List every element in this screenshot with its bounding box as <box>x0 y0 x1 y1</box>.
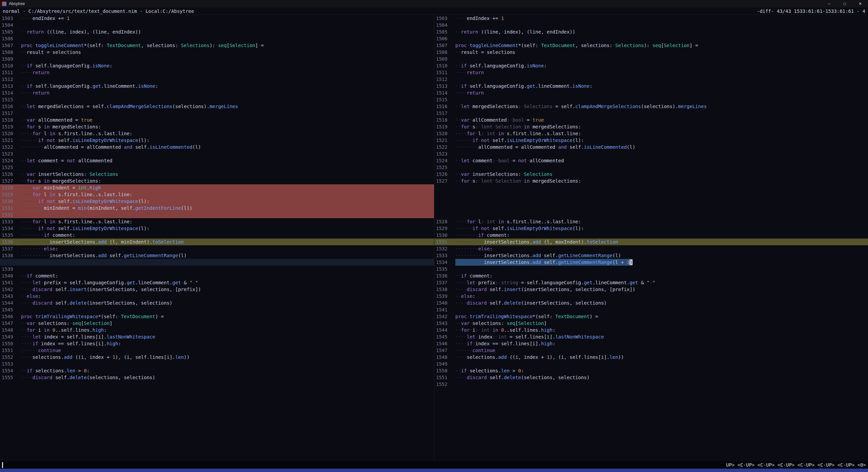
code-line[interactable]: 1536··········insertSelections.add·(l,·m… <box>0 239 434 245</box>
code-line[interactable]: 1532 <box>0 211 434 218</box>
code-line[interactable]: 1547······continue <box>434 347 868 354</box>
code-line[interactable]: 1521······if·not·self.isLineEmptyOrWhite… <box>434 137 868 144</box>
code-line[interactable]: 1542proc·trimTrailingWhitespace*(self:·T… <box>434 313 868 320</box>
code-line[interactable]: 1540····discard·self.delete(insertSelect… <box>434 300 868 306</box>
command-bar[interactable]: UP> <C-UP> <C-UP> <C-UP> <C-UP> <C-UP> <… <box>0 461 868 469</box>
code-line[interactable]: 1520····for·l:·int·in·s.first.line..s.la… <box>434 130 868 137</box>
code-line[interactable]: 1534··········insertSelections.add·self.… <box>434 259 868 266</box>
code-line[interactable]: 1550··if·selections.len·>·0: <box>434 367 868 374</box>
close-button[interactable]: ✕ <box>852 0 868 7</box>
code-line[interactable]: 1508··result·=·selections <box>0 49 434 56</box>
code-line[interactable]: 1519··for·s:·lent·Selection·in·mergedSel… <box>434 123 868 130</box>
code-line[interactable]: 1551······continue <box>0 347 434 354</box>
code-line[interactable]: 1532········else: <box>434 245 868 252</box>
code-line[interactable]: 1554··if·selections.len·>·0: <box>0 367 434 374</box>
code-line[interactable]: 1520····for·l·in·s.first.line..s.last.li… <box>0 130 434 137</box>
code-line[interactable]: 1507proc·toggleLineComment*(self:·TextDo… <box>434 42 868 49</box>
code-line[interactable]: 1547··var·selections:·seq[Selection] <box>0 320 434 327</box>
code-line[interactable]: 1552····selections.add·((i,·index·+·1),·… <box>0 354 434 361</box>
code-line[interactable]: 1515 <box>434 96 868 103</box>
diff-pane-right[interactable]: 1503····endIndex·+=·115041505··return·((… <box>434 15 868 461</box>
code-line[interactable]: 1506 <box>434 35 868 42</box>
code-line[interactable]: 1506 <box>0 35 434 42</box>
code-line[interactable]: 1546····if·index·==·self.lines[i].high: <box>434 340 868 347</box>
code-line[interactable]: 1548····selections.add·((i,·index·+·1),·… <box>434 354 868 361</box>
code-line[interactable]: 1531··········insertSelections.add·(l,·m… <box>434 239 868 245</box>
code-line[interactable]: 1504 <box>434 22 868 28</box>
code-line[interactable]: 1515 <box>0 96 434 103</box>
code-line[interactable]: 1538····discard·self.insert(insertSelect… <box>434 286 868 293</box>
code-line[interactable]: 1549 <box>434 361 868 367</box>
code-line[interactable]: 1512 <box>0 76 434 83</box>
code-line[interactable]: 1503····endIndex·+=·1 <box>434 15 868 22</box>
code-line[interactable]: 1540··if·comment: <box>0 272 434 279</box>
code-line[interactable]: 1504 <box>0 22 434 28</box>
code-line[interactable]: 1522········allCommented·=·allCommented·… <box>434 144 868 150</box>
code-line[interactable]: 1552 <box>434 381 868 388</box>
code-line[interactable]: 1511····return <box>0 69 434 76</box>
code-line[interactable]: 1513··if·self.languageConfig.get.lineCom… <box>434 83 868 89</box>
code-line[interactable]: 1510··if·self.languageConfig.isNone: <box>0 62 434 69</box>
maximize-button[interactable]: □ <box>837 0 852 7</box>
code-line[interactable]: 1529······if·not·self.isLineEmptyOrWhite… <box>434 225 868 232</box>
code-line[interactable]: 1542····discard·self.insert(insertSelect… <box>0 286 434 293</box>
code-line[interactable]: 1523 <box>434 150 868 157</box>
code-line[interactable]: 1544··for·i:·int·in·0..self.lines.high: <box>434 327 868 333</box>
code-line[interactable]: 1551····discard·self.delete(selections,·… <box>434 374 868 381</box>
code-line[interactable]: 1535 <box>434 266 868 272</box>
code-line[interactable]: 1524··let·comment:·bool·=·not·allComment… <box>434 157 868 164</box>
code-line[interactable]: 1555····discard·self.delete(selections,·… <box>0 374 434 381</box>
code-line[interactable]: 1541····let·prefix·=·self.languageConfig… <box>0 279 434 286</box>
code-line[interactable] <box>0 259 434 266</box>
code-line[interactable]: 1541 <box>434 306 868 313</box>
code-line[interactable]: 1525 <box>0 164 434 171</box>
code-line[interactable]: 1536··if·comment: <box>434 272 868 279</box>
code-line[interactable]: 1519··for·s·in·mergedSelections: <box>0 123 434 130</box>
code-line[interactable]: 1544····discard·self.delete(insertSelect… <box>0 300 434 306</box>
code-line[interactable] <box>434 191 868 198</box>
code-line[interactable]: 1537····let·prefix:·string·=·self.langua… <box>434 279 868 286</box>
code-line[interactable]: 1533··········insertSelections.add·self.… <box>434 252 868 259</box>
code-line[interactable]: 1505··return·((line,·index),·(line,·endI… <box>434 28 868 35</box>
code-line[interactable]: 1543··else: <box>0 293 434 300</box>
code-line[interactable]: 1530······if·not·self.isLineEmptyOrWhite… <box>0 198 434 205</box>
code-line[interactable]: 1548··for·i·in·0..self.lines.high: <box>0 327 434 333</box>
code-line[interactable]: 1545····let·index:·int·=·self.lines[i].l… <box>434 333 868 340</box>
code-line[interactable]: 1545 <box>0 306 434 313</box>
code-line[interactable]: 1534······if·not·self.isLineEmptyOrWhite… <box>0 225 434 232</box>
code-line[interactable]: 1518··var·allCommented:·bool·=·true <box>434 117 868 123</box>
code-line[interactable]: 1543··var·selections:·seq[Selection] <box>434 320 868 327</box>
code-line[interactable]: 1517 <box>434 110 868 117</box>
code-line[interactable]: 1517 <box>0 110 434 117</box>
minimize-button[interactable]: – <box>821 0 837 7</box>
code-line[interactable]: 1526··var·insertSelections:·Selections <box>0 171 434 178</box>
code-line[interactable] <box>434 184 868 191</box>
code-line[interactable]: 1509 <box>0 56 434 62</box>
code-line[interactable]: 1549····let·index·=·self.lines[i].lastNo… <box>0 333 434 340</box>
code-line[interactable]: 1539··else: <box>434 293 868 300</box>
code-line[interactable]: 1509 <box>434 56 868 62</box>
code-line[interactable]: 1539 <box>0 266 434 272</box>
code-line[interactable]: 1505··return·((line,·index),·(line,·endI… <box>0 28 434 35</box>
code-line[interactable]: 1524··let·comment·=·not·allCommented <box>0 157 434 164</box>
code-line[interactable]: 1537········else: <box>0 245 434 252</box>
code-line[interactable]: 1507proc·toggleLineComment*(self:·TextDo… <box>0 42 434 49</box>
diff-pane-left[interactable]: 1503····endIndex·+=·115041505··return·((… <box>0 15 434 461</box>
code-line[interactable]: 1511····return <box>434 69 868 76</box>
code-line[interactable]: 1525 <box>434 164 868 171</box>
code-line[interactable]: 1521······if·not·self.isLineEmptyOrWhite… <box>0 137 434 144</box>
code-line[interactable]: 1535········if·comment: <box>0 232 434 239</box>
code-line[interactable]: 1514····return <box>0 89 434 96</box>
code-line[interactable]: 1513··if·self.languageConfig.get.lineCom… <box>0 83 434 89</box>
code-line[interactable]: 1527··for·s·in·mergedSelections: <box>0 178 434 184</box>
code-line[interactable]: 1510··if·self.languageConfig.isNone: <box>434 62 868 69</box>
code-line[interactable] <box>434 205 868 211</box>
code-line[interactable]: 1522········allCommented·=·allCommented·… <box>0 144 434 150</box>
code-line[interactable]: 1531········minIndent·=·min(minIndent,·s… <box>0 205 434 211</box>
code-line[interactable]: 1527··for·s:·lent·Selection·in·mergedSel… <box>434 178 868 184</box>
code-line[interactable]: 1508··result·=·selections <box>434 49 868 56</box>
code-line[interactable]: 1523 <box>0 150 434 157</box>
code-line[interactable]: 1528····var·minIndent·=·int.high <box>0 184 434 191</box>
code-line[interactable]: 1530········if·comment: <box>434 232 868 239</box>
code-line[interactable]: 1512 <box>434 76 868 83</box>
